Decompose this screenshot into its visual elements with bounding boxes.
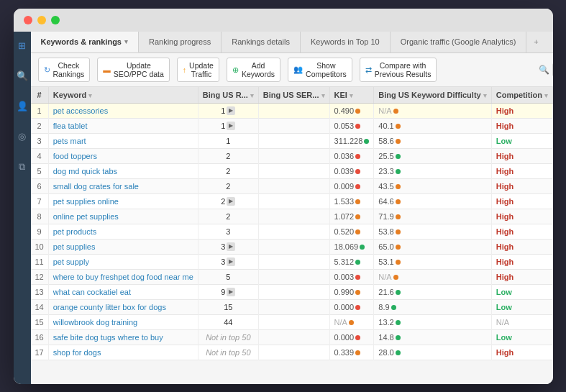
cell-difficulty: 21.6 <box>374 284 491 299</box>
cell-kei: 0.520 <box>329 224 374 239</box>
filter-input[interactable] <box>552 63 553 77</box>
cell-ser <box>258 118 329 133</box>
competition-badge: Low <box>496 333 512 342</box>
rank-value: 3 <box>226 227 230 236</box>
add-keywords-button[interactable]: ⊕ AddKeywords <box>227 58 280 82</box>
col-kei[interactable]: KEI ▾ <box>329 87 374 104</box>
cell-rank: 2 <box>198 209 258 224</box>
table-row: 3pets mart1 311.22858.6Lowwww.petsmart.c… <box>31 133 553 148</box>
rank-arrow-button[interactable]: ▶ <box>227 242 235 251</box>
tab-ranking-progress[interactable]: Ranking progress <box>139 32 222 53</box>
update-traffic-button[interactable]: ↑ UpdateTraffic <box>177 58 219 82</box>
cell-ser <box>258 284 329 299</box>
cell-keyword: pet products <box>48 224 198 239</box>
check-rankings-button[interactable]: ↻ CheckRankings <box>38 58 91 82</box>
col-bing-ser[interactable]: Bing US SER... ▾ <box>258 87 329 104</box>
table-row: 13what can cockatiel eat9 ▶0.99021.6Loww… <box>31 284 553 299</box>
cell-competition: High <box>491 178 552 193</box>
cell-kei: 1.533 <box>329 193 374 209</box>
cell-num: 4 <box>31 148 49 163</box>
cell-keyword: pet supplies online <box>48 193 198 209</box>
difficulty-dot <box>396 214 401 219</box>
kei-dot <box>355 169 360 174</box>
cell-competition: Low <box>491 284 552 299</box>
difficulty-dot <box>396 335 401 340</box>
kei-dot <box>355 154 360 159</box>
cell-ser <box>258 329 329 345</box>
kei-dot <box>349 320 354 325</box>
cell-num: 12 <box>31 269 49 284</box>
compare-button[interactable]: ⇄ Compare withPrevious Results <box>360 58 437 82</box>
col-competition[interactable]: Competition ▾ <box>491 87 552 104</box>
col-bing-rank[interactable]: Bing US R... ▾ <box>198 87 258 104</box>
tab-organic-traffic[interactable]: Organic traffic (Google Analytics) <box>391 32 527 53</box>
tab-rankings-details[interactable]: Rankings details <box>222 32 301 53</box>
cell-kei: 0.009 <box>329 178 374 193</box>
competition-badge: Low <box>496 137 512 145</box>
table-row: 11pet supply3 ▶5.31253.1Highwww.petsmart… <box>31 254 553 269</box>
difficulty-dot <box>396 320 401 325</box>
cell-rank: 3 ▶ <box>198 239 258 254</box>
sidebar-item-layers[interactable]: ⧉ <box>14 158 31 176</box>
difficulty-dot <box>396 290 401 295</box>
competition-badge: High <box>496 106 513 115</box>
cell-difficulty: 65.0 <box>374 239 491 254</box>
cell-competition: High <box>491 269 552 284</box>
competition-badge: High <box>496 182 513 191</box>
tab-keywords-rankings[interactable]: Keywords & rankings ▾ <box>31 32 139 53</box>
difficulty-dot <box>396 199 401 204</box>
minimize-button[interactable] <box>37 16 46 24</box>
rank-arrow-button[interactable]: ▶ <box>227 122 235 130</box>
col-difficulty[interactable]: Bing US Keyword Difficulty ▾ <box>374 87 491 104</box>
competition-badge: High <box>496 167 513 176</box>
cell-difficulty: 23.3 <box>374 163 491 178</box>
left-sidebar: ⊞ 🔍 👤 ◎ ⧉ <box>14 32 31 384</box>
rank-arrow-button[interactable]: ▶ <box>227 106 235 115</box>
cell-competition: High <box>491 239 552 254</box>
competition-badge: High <box>496 242 513 251</box>
close-button[interactable] <box>24 16 32 24</box>
cell-kei: N/A <box>329 314 374 329</box>
col-keyword[interactable]: Keyword ▾ <box>48 87 198 104</box>
bar-chart-icon: ▬ <box>103 65 111 74</box>
rank-arrow-button[interactable]: ▶ <box>227 288 235 296</box>
cell-difficulty: 8.9 <box>374 299 491 314</box>
cell-num: 1 <box>31 103 49 118</box>
cell-difficulty: 58.6 <box>374 133 491 148</box>
sidebar-item-user[interactable]: 👤 <box>14 98 31 115</box>
cell-competition: High <box>491 209 552 224</box>
rank-arrow-button[interactable]: ▶ <box>227 197 235 206</box>
titlebar <box>14 9 553 32</box>
rank-arrow-button[interactable]: ▶ <box>227 257 235 266</box>
cell-kei: 0.990 <box>329 284 374 299</box>
cell-num: 5 <box>31 163 49 178</box>
cell-competition: High <box>491 345 552 360</box>
add-tab-button[interactable]: + <box>526 32 545 53</box>
cell-ser <box>258 345 329 360</box>
sidebar-item-chart[interactable]: ◎ <box>14 128 31 145</box>
traffic-icon: ↑ <box>183 65 186 74</box>
difficulty-dot <box>396 260 401 265</box>
cell-kei: 0.003 <box>329 269 374 284</box>
cell-ser <box>258 178 329 193</box>
cell-kei: 0.053 <box>329 118 374 133</box>
cell-rank: 2 <box>198 148 258 163</box>
update-seo-button[interactable]: ▬ UpdateSEO/PPC data <box>97 58 170 82</box>
maximize-button[interactable] <box>51 16 60 24</box>
table-row: 4food toppers2 0.03625.5Highwww.petsmart… <box>31 148 553 163</box>
show-competitors-button[interactable]: 👥 ShowCompetitors <box>288 58 352 82</box>
rank-value: 44 <box>224 318 232 327</box>
cell-rank: 15 <box>198 299 258 314</box>
kei-dot <box>355 199 360 204</box>
cell-num: 7 <box>31 193 49 209</box>
kei-dot <box>360 245 365 250</box>
sidebar-item-search[interactable]: 🔍 <box>14 68 31 85</box>
kei-dot <box>355 350 360 355</box>
competition-badge: Low <box>496 303 512 311</box>
tab-keywords-top10[interactable]: Keywords in Top 10 <box>301 32 391 53</box>
sidebar-item-grid[interactable]: ⊞ <box>14 37 31 55</box>
rank-value: 1 <box>226 137 230 145</box>
cell-difficulty: 71.9 <box>374 209 491 224</box>
kei-dot <box>355 109 360 114</box>
rank-value: 15 <box>224 303 232 311</box>
